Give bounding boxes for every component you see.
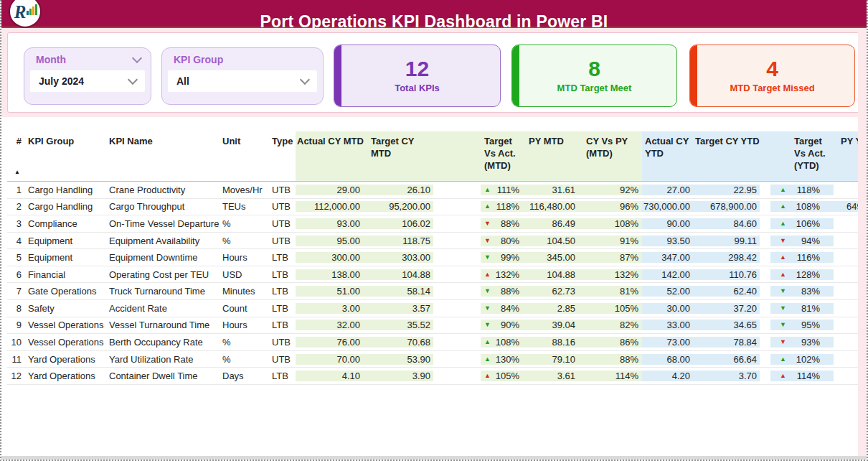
- table-row[interactable]: 2 Cargo Handling Cargo Throughput TEUs U…: [7, 199, 859, 216]
- cell-target-vs-actual-ytd: ▼ 93%: [770, 337, 834, 348]
- col-header-target-vs-actual-mtd[interactable]: Target Vs Act. (MTD): [481, 131, 523, 181]
- cell-row-number: 12: [7, 371, 23, 381]
- col-header-kpi-name[interactable]: KPI Name: [108, 131, 221, 181]
- cell-cy-vs-py-mtd: 81%: [579, 286, 642, 297]
- cell-actual-cy-mtd: 93.00: [296, 218, 366, 229]
- col-header-actual-cy-ytd[interactable]: Actual CY YTD: [642, 131, 692, 181]
- col-header-cy-vs-py-mtd[interactable]: CY Vs PY (MTD): [579, 131, 642, 181]
- percent-value: 94%: [801, 236, 820, 246]
- col-header-target-vs-actual-ytd[interactable]: Target Vs Act. (YTD): [770, 131, 834, 181]
- trend-arrow-icon: ▲: [484, 339, 491, 345]
- title-bar: R Port Operations KPI Dashboard in Power…: [1, 0, 867, 28]
- col-header-py-mtd[interactable]: PY MTD: [523, 131, 579, 181]
- cell-cy-vs-py-mtd: 132%: [579, 269, 642, 280]
- table-row[interactable]: 5 Equipment Equipment Downtime Hours LTB…: [7, 249, 859, 266]
- percent-value: 80%: [501, 236, 519, 246]
- month-dropdown[interactable]: July 2024: [30, 70, 145, 92]
- cell-kpi-name: On-Time Vessel Departure: [108, 218, 221, 229]
- col-header-target-cy-ytd[interactable]: Target CY YTD: [692, 131, 760, 181]
- cell-py-mtd: 345.00: [523, 252, 579, 263]
- table-row[interactable]: 1 Cargo Handling Crane Productivity Move…: [7, 182, 859, 199]
- table-row[interactable]: 11 Yard Operations Yard Utilization Rate…: [7, 351, 859, 368]
- cell-target-cy-ytd: 78.84: [692, 337, 760, 348]
- cell-actual-cy-ytd: 93.50: [642, 236, 692, 246]
- cell-type: LTB: [268, 371, 296, 381]
- col-header-target-cy-mtd[interactable]: Target CY MTD: [366, 131, 433, 181]
- cell-actual-cy-mtd: 300.00: [296, 252, 366, 263]
- trend-arrow-icon: ▼: [484, 322, 491, 328]
- card-accent-bar: [334, 45, 341, 106]
- percent-value: 106%: [796, 218, 820, 229]
- trend-arrow-icon: ▲: [780, 373, 786, 379]
- month-slicer: Month July 2024: [24, 47, 151, 105]
- cell-kpi-name: Equipment Downtime: [108, 252, 221, 263]
- trend-arrow-icon: ▲: [484, 373, 491, 379]
- table-row[interactable]: 10 Vessel Operations Berth Occupancy Rat…: [7, 334, 859, 351]
- cell-actual-cy-ytd: 33.00: [642, 320, 692, 330]
- table-row[interactable]: 3 Compliance On-Time Vessel Departure % …: [7, 215, 859, 233]
- trend-arrow-icon: ▲: [484, 356, 491, 363]
- cell-py-mtd: 2.85: [523, 303, 579, 314]
- percent-value: 108%: [496, 337, 519, 348]
- table-row[interactable]: 6 Financial Operating Cost per TEU USD L…: [7, 266, 859, 284]
- col-header-actual-cy-mtd[interactable]: Actual CY MTD: [296, 131, 366, 181]
- cell-kpi-name: Truck Turnaround Time: [108, 286, 221, 297]
- table-row[interactable]: 8 Safety Accident Rate Count LTB 3.00 3.…: [7, 300, 859, 317]
- trend-arrow-icon: ▲: [780, 271, 786, 278]
- cell-py-mtd: 86.49: [523, 218, 579, 229]
- trend-arrow-icon: ▼: [484, 305, 491, 312]
- cell-cy-vs-py-mtd: 92%: [579, 185, 642, 195]
- cell-target-vs-actual-mtd: ▼ 88%: [481, 218, 523, 229]
- cell-kpi-name: Accident Rate: [108, 303, 221, 314]
- table-row[interactable]: 4 Equipment Equipment Availability % UTB…: [7, 233, 859, 250]
- col-header-kpi-group[interactable]: KPI Group: [23, 131, 108, 181]
- percent-value: 88%: [501, 218, 519, 229]
- cell-target-vs-actual-ytd: ▲ 106%: [770, 218, 834, 229]
- cell-kpi-name: Container Dwell Time: [108, 371, 221, 381]
- cell-actual-cy-ytd: 30.00: [642, 303, 692, 314]
- cell-target-cy-mtd: 58.14: [366, 286, 433, 297]
- kpi-group-dropdown[interactable]: All: [168, 70, 317, 92]
- cell-row-number: 5: [7, 252, 23, 263]
- col-header-unit[interactable]: Unit: [221, 131, 268, 181]
- trend-arrow-icon: ▲: [780, 220, 786, 227]
- percent-value: 132%: [496, 269, 519, 280]
- cell-unit: Minutes: [221, 286, 268, 297]
- trend-arrow-icon: ▼: [780, 322, 786, 328]
- cell-py-ytd: 649,: [834, 201, 859, 212]
- card-accent-bar: [512, 45, 519, 106]
- cell-target-cy-ytd: 3.70: [692, 371, 760, 381]
- table-row[interactable]: 9 Vessel Operations Vessel Turnaround Ti…: [7, 317, 859, 335]
- kpi-table: # KPI Group KPI Name Unit Type Actual CY…: [7, 131, 859, 385]
- cell-unit: Hours: [221, 320, 268, 330]
- table-row[interactable]: 7 Gate Operations Truck Turnaround Time …: [7, 283, 859, 300]
- mtd-target-missed-card[interactable]: 4 MTD Target Missed: [689, 45, 855, 107]
- chevron-down-icon[interactable]: [132, 53, 142, 63]
- cell-unit: %: [221, 354, 268, 365]
- cell-target-vs-actual-mtd: ▼ 84%: [481, 303, 523, 314]
- col-header-type[interactable]: Type: [268, 131, 296, 181]
- mtd-target-meet-card[interactable]: 8 MTD Target Meet: [511, 45, 677, 107]
- cell-actual-cy-ytd: 73.00: [642, 337, 692, 348]
- cell-unit: %: [221, 236, 268, 246]
- filter-band: Month July 2024 KPI Group All: [1, 28, 867, 117]
- cell-unit: %: [221, 218, 268, 229]
- cell-unit: TEUs: [221, 201, 268, 212]
- cell-actual-cy-mtd: 4.10: [296, 371, 366, 381]
- percent-value: 105%: [496, 371, 519, 381]
- month-slicer-label: Month: [36, 54, 66, 65]
- percent-value: 99%: [501, 252, 519, 263]
- cell-target-cy-mtd: 104.88: [366, 269, 433, 280]
- cell-target-cy-ytd: 678,900.00: [692, 201, 760, 212]
- percent-value: 81%: [801, 303, 820, 314]
- kpi-group-slicer-label: KPI Group: [174, 54, 223, 65]
- cell-target-vs-actual-ytd: ▲ 102%: [770, 354, 834, 365]
- col-header-py-ytd[interactable]: PY YTD: [834, 131, 859, 181]
- percent-value: 83%: [801, 286, 820, 297]
- cell-py-mtd: 88.16: [523, 337, 579, 348]
- cell-actual-cy-mtd: 138.00: [296, 269, 366, 280]
- table-row[interactable]: 12 Yard Operations Container Dwell Time …: [7, 368, 859, 385]
- cell-kpi-name: Berth Occupancy Rate: [108, 337, 221, 348]
- total-kpis-card[interactable]: 12 Total KPIs: [334, 45, 501, 107]
- sort-ascending-icon[interactable]: ▲: [14, 169, 20, 176]
